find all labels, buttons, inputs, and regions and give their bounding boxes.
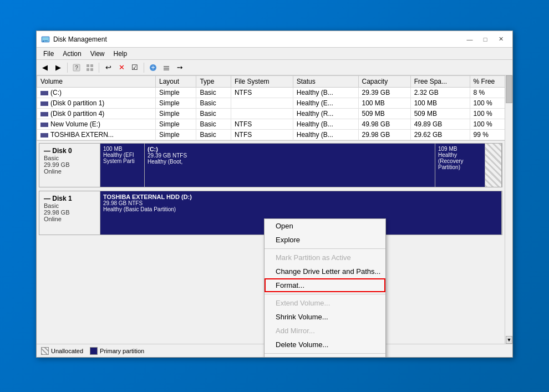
partition-efi[interactable]: 100 MB Healthy (EFI System Parti: [100, 144, 145, 187]
disk-0-partitions: 100 MB Healthy (EFI System Parti (C:) 29…: [100, 144, 502, 187]
ctx-shrink[interactable]: Shrink Volume...: [265, 310, 385, 324]
scroll-down-btn[interactable]: ▼: [506, 336, 512, 344]
partition-c[interactable]: (C:) 29.39 GB NTFS Healthy (Boot,: [145, 144, 435, 187]
col-status[interactable]: Status: [293, 76, 358, 88]
cell-fs: NTFS: [231, 130, 293, 140]
ctx-add-mirror: Add Mirror...: [265, 324, 385, 338]
cell-layout: Simple: [155, 98, 196, 109]
window-controls: — □ ✕: [462, 34, 508, 45]
context-menu: Open Explore Mark Partition as Active Ch…: [264, 218, 386, 357]
col-layout[interactable]: Layout: [155, 76, 196, 88]
col-type[interactable]: Type: [196, 76, 231, 88]
disk-0-name: — Disk 0: [44, 147, 95, 155]
svg-rect-13: [164, 68, 169, 69]
cell-status: Healthy (E...: [293, 98, 358, 109]
minimize-button[interactable]: —: [462, 34, 477, 45]
cell-volume: (Disk 0 partition 4): [37, 109, 156, 119]
cell-capacity: 29.39 GB: [358, 88, 410, 98]
legend-primary: Primary partition: [90, 347, 144, 355]
help-button[interactable]: ?: [70, 62, 83, 74]
cell-status: Healthy (B...: [293, 88, 358, 98]
legend-primary-box: [90, 347, 98, 355]
scroll-thumb[interactable]: [506, 75, 512, 103]
cell-type: Basic: [196, 119, 231, 130]
cell-layout: Simple: [155, 109, 196, 119]
cell-free: 2.32 GB: [410, 88, 470, 98]
svg-rect-9: [90, 68, 93, 71]
cell-type: Basic: [196, 98, 231, 109]
ctx-explore[interactable]: Explore: [265, 233, 385, 247]
volume-table: Volume Layout Type File System Status Ca…: [37, 75, 512, 140]
table-row[interactable]: (Disk 0 partition 4) Simple Basic Health…: [37, 109, 512, 119]
undo-button[interactable]: ↩: [102, 62, 114, 74]
col-free[interactable]: Free Spa...: [410, 76, 470, 88]
menu-help[interactable]: Help: [109, 49, 132, 59]
cell-free: 509 MB: [410, 109, 470, 119]
cell-status: Healthy (B...: [293, 130, 358, 140]
toolbar-separator-1: [67, 63, 68, 73]
close-button[interactable]: ✕: [494, 34, 508, 45]
partition-recovery[interactable]: 109 MB Healthy (Recovery Partition): [435, 144, 485, 187]
forward-button[interactable]: ▶: [52, 62, 64, 74]
col-capacity[interactable]: Capacity: [358, 76, 410, 88]
arrow-button[interactable]: ➙: [174, 62, 186, 74]
cell-fs: NTFS: [231, 119, 293, 130]
cell-fs: [231, 109, 293, 119]
ctx-delete[interactable]: Delete Volume...: [265, 338, 385, 352]
table-row[interactable]: (Disk 0 partition 1) Simple Basic Health…: [37, 98, 512, 109]
cell-layout: Simple: [155, 119, 196, 130]
cell-type: Basic: [196, 88, 231, 98]
volume-table-area: Volume Layout Type File System Status Ca…: [37, 75, 512, 141]
disk-0-label: — Disk 0 Basic 29.99 GB Online: [39, 144, 100, 187]
menu-action[interactable]: Action: [58, 49, 85, 59]
cell-capacity: 29.98 GB: [358, 130, 410, 140]
ctx-separator-1: [265, 248, 385, 249]
legend-unallocated-label: Unallocated: [51, 348, 83, 354]
disk-1-label: — Disk 1 Basic 29.98 GB Online: [39, 191, 100, 235]
menu-file[interactable]: File: [39, 49, 58, 59]
menu-view[interactable]: View: [86, 49, 109, 59]
check-button[interactable]: ☑: [129, 62, 141, 74]
ctx-properties[interactable]: Properties: [265, 355, 385, 357]
cell-free: 49.89 GB: [410, 119, 470, 130]
cell-layout: Simple: [155, 88, 196, 98]
disk-0-status: Online: [44, 168, 95, 175]
window-title: Disk Management: [53, 35, 462, 43]
back-button[interactable]: ◀: [39, 62, 51, 74]
ctx-open[interactable]: Open: [265, 219, 385, 233]
menu-bar: File Action View Help: [37, 48, 512, 60]
table-row[interactable]: (C:) Simple Basic NTFS Healthy (B... 29.…: [37, 88, 512, 98]
svg-text:+: +: [151, 64, 155, 72]
cell-free: 100 MB: [410, 98, 470, 109]
add-button[interactable]: +: [147, 62, 159, 74]
ctx-change-drive[interactable]: Change Drive Letter and Paths...: [265, 264, 385, 278]
scrollbar[interactable]: ▼: [505, 75, 512, 344]
cell-volume: TOSHIBA EXTERN...: [37, 130, 156, 140]
disk-1-status: Online: [44, 216, 95, 222]
table-row[interactable]: New Volume (E:) Simple Basic NTFS Health…: [37, 119, 512, 130]
view-button[interactable]: [84, 62, 96, 74]
svg-rect-3: [44, 40, 48, 41]
svg-rect-7: [90, 64, 93, 67]
table-row[interactable]: TOSHIBA EXTERN... Simple Basic NTFS Heal…: [37, 130, 512, 140]
delete-button[interactable]: ✕: [115, 62, 128, 74]
ctx-format[interactable]: Format...: [265, 278, 385, 292]
window-icon: [41, 35, 50, 44]
cell-status: Healthy (R...: [293, 109, 358, 119]
ctx-extend: Extend Volume...: [265, 296, 385, 310]
maximize-button[interactable]: □: [478, 34, 492, 45]
partition-unallocated[interactable]: [485, 144, 502, 187]
disk-1-type: Basic: [44, 202, 95, 209]
svg-rect-8: [87, 68, 89, 71]
cell-type: Basic: [196, 109, 231, 119]
col-volume[interactable]: Volume: [37, 76, 156, 88]
cell-capacity: 49.98 GB: [358, 119, 410, 130]
col-fs[interactable]: File System: [231, 76, 293, 88]
properties-button[interactable]: [160, 62, 172, 74]
cell-layout: Simple: [155, 130, 196, 140]
legend-unallocated-box: [41, 347, 49, 355]
ctx-separator-3: [265, 353, 385, 354]
disk-0-size: 29.99 GB: [44, 161, 95, 168]
ctx-separator-2: [265, 294, 385, 294]
cell-type: Basic: [196, 130, 231, 140]
